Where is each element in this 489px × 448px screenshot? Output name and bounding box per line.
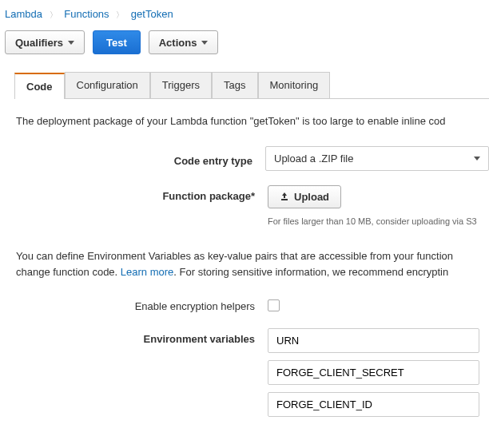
actions-label: Actions: [159, 37, 197, 49]
upload-button[interactable]: Upload: [268, 185, 341, 208]
label-enable-encryption: Enable encryption helpers: [16, 295, 268, 312]
breadcrumb-root[interactable]: Lambda: [5, 8, 42, 20]
learn-more-link[interactable]: Learn more: [121, 266, 173, 278]
chevron-down-icon: [68, 41, 74, 45]
enable-encryption-checkbox[interactable]: [268, 299, 280, 311]
env-desc-line2a: change function code.: [16, 266, 121, 278]
upload-help-text: For files larger than 10 MB, consider up…: [268, 216, 489, 226]
label-env-variables: Environment variables: [16, 328, 268, 345]
test-button[interactable]: Test: [93, 30, 141, 54]
code-panel: The deployment package of your Lambda fu…: [5, 99, 489, 424]
toolbar: Qualifiers Test Actions: [5, 30, 489, 54]
env-desc-line1: You can define Environment Variables as …: [16, 250, 453, 262]
env-var-input-0[interactable]: [268, 328, 479, 353]
breadcrumb-functions[interactable]: Functions: [64, 8, 109, 20]
code-entry-type-value: Upload a .ZIP file: [274, 153, 353, 165]
chevron-down-icon: [474, 157, 480, 161]
row-function-package: Function package* Upload For files large…: [16, 185, 489, 226]
tab-bar: Code Configuration Triggers Tags Monitor…: [14, 72, 489, 99]
code-entry-type-select[interactable]: Upload a .ZIP file: [265, 146, 489, 171]
env-var-input-2[interactable]: [268, 392, 479, 417]
qualifiers-label: Qualifiers: [15, 37, 63, 49]
page-container: Lambda 〉 Functions 〉 getToken Qualifiers…: [0, 0, 489, 424]
package-size-notice: The deployment package of your Lambda fu…: [16, 115, 489, 127]
tab-tags[interactable]: Tags: [212, 72, 257, 98]
tab-triggers[interactable]: Triggers: [150, 72, 212, 98]
env-var-input-1[interactable]: [268, 360, 479, 385]
label-function-package: Function package*: [16, 185, 268, 202]
row-code-entry-type: Code entry type Upload a .ZIP file: [16, 146, 489, 171]
actions-button[interactable]: Actions: [149, 30, 219, 54]
tab-monitoring[interactable]: Monitoring: [258, 72, 331, 98]
chevron-right-icon: 〉: [116, 10, 124, 19]
chevron-down-icon: [201, 41, 208, 45]
label-code-entry-type: Code entry type: [16, 150, 265, 167]
tab-code[interactable]: Code: [14, 73, 65, 99]
breadcrumb: Lambda 〉 Functions 〉 getToken: [5, 8, 489, 21]
upload-button-label: Upload: [294, 191, 329, 203]
env-vars-description: You can define Environment Variables as …: [16, 248, 489, 280]
chevron-right-icon: 〉: [50, 10, 58, 19]
tab-configuration[interactable]: Configuration: [65, 72, 150, 98]
env-desc-line2b: . For storing sensitive information, we …: [173, 266, 448, 278]
qualifiers-button[interactable]: Qualifiers: [5, 30, 85, 54]
test-label: Test: [106, 37, 127, 49]
upload-icon: [280, 192, 289, 203]
row-env-variables: Environment variables: [16, 328, 489, 424]
row-enable-encryption: Enable encryption helpers: [16, 294, 489, 314]
breadcrumb-current: getToken: [131, 8, 173, 20]
